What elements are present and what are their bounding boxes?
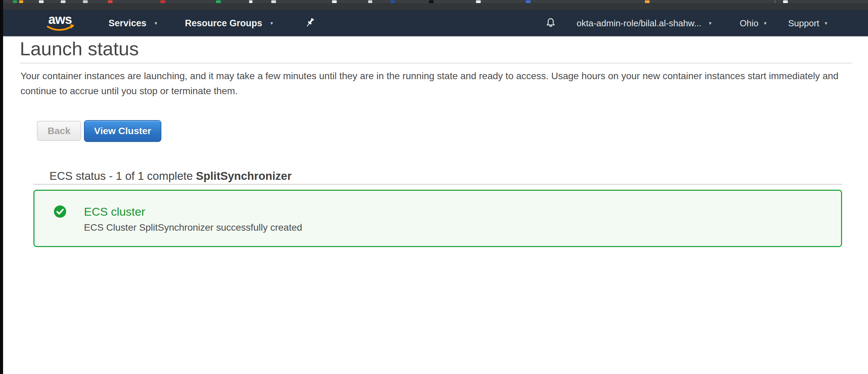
nav-support-label: Support: [788, 18, 819, 29]
nav-resource-groups-label: Resource Groups: [185, 18, 262, 29]
browser-favicon-fragment: [783, 0, 788, 3]
chevron-down-icon: ▾: [155, 20, 157, 26]
ecs-status-heading-resource: SplitSynchronizer: [196, 170, 292, 182]
browser-favicon-fragment: [390, 0, 395, 3]
browser-favicon-fragment: [332, 0, 337, 3]
browser-favicon-fragment: [216, 0, 221, 3]
nav-services-label: Services: [108, 18, 146, 29]
browser-bookmark-strip: [0, 0, 868, 3]
browser-chrome-strip: [0, 3, 868, 10]
title-divider: [20, 63, 852, 63]
browser-favicon-fragment: [19, 0, 23, 3]
browser-favicon-fragment: [13, 0, 17, 3]
browser-favicon-fragment: [39, 0, 44, 3]
chevron-down-icon: ▾: [825, 20, 827, 26]
browser-favicon-fragment: [83, 0, 88, 3]
chevron-down-icon: ▾: [271, 20, 273, 26]
nav-support-menu[interactable]: Support ▾: [788, 10, 827, 37]
browser-favicon-fragment: [160, 0, 165, 3]
aws-navbar: aws Services ▾ Resource Groups ▾: [0, 10, 868, 37]
pin-shortcut-button[interactable]: [305, 10, 315, 37]
chevron-down-icon: ▾: [764, 20, 767, 26]
browser-favicon-fragment: [775, 0, 776, 3]
browser-favicon-fragment: [429, 0, 434, 3]
ecs-status-heading: ECS status - 1 of 1 complete SplitSynchr…: [49, 170, 292, 183]
status-card-message: ECS Cluster SplitSynchronizer successful…: [84, 222, 302, 233]
browser-favicon-fragment: [645, 0, 650, 3]
aws-smile-arrow: [70, 24, 74, 29]
browser-favicon-fragment: [61, 0, 66, 3]
window-left-edge: [0, 0, 3, 374]
ecs-status-divider: [33, 184, 842, 185]
nav-account-menu[interactable]: okta-admin-role/bilal.al-shahw... ▾: [577, 10, 711, 37]
page-title: Launch status: [20, 38, 139, 60]
view-cluster-button[interactable]: View Cluster: [84, 120, 161, 142]
nav-account-label: okta-admin-role/bilal.al-shahw...: [577, 18, 701, 29]
browser-favicon-fragment: [271, 0, 276, 3]
ecs-status-heading-prefix: ECS status - 1 of 1 complete: [49, 170, 196, 182]
browser-favicon-fragment: [476, 0, 481, 3]
bell-icon: [545, 17, 556, 29]
nav-region-label: Ohio: [740, 18, 758, 29]
aws-smile-curve: [48, 26, 72, 30]
back-button[interactable]: Back: [37, 121, 81, 141]
screen: aws Services ▾ Resource Groups ▾: [0, 0, 868, 374]
aws-logo[interactable]: aws: [43, 12, 77, 34]
pushpin-icon: [305, 17, 315, 29]
status-card-title: ECS cluster: [84, 205, 145, 218]
aws-logo-text: aws: [48, 12, 72, 27]
browser-favicon-fragment: [368, 0, 372, 3]
chevron-down-icon: ▾: [709, 20, 712, 26]
browser-favicon-fragment: [108, 0, 113, 3]
nav-region-menu[interactable]: Ohio ▾: [740, 10, 766, 37]
description-line-2: continue to accrue until you stop or ter…: [20, 84, 838, 99]
notifications-button[interactable]: [545, 10, 556, 37]
browser-favicon-fragment: [526, 0, 531, 3]
nav-services-menu[interactable]: Services ▾: [108, 10, 157, 37]
launch-status-description: Your container instances are launching, …: [20, 69, 838, 99]
browser-favicon-fragment: [249, 0, 252, 3]
nav-resource-groups-menu[interactable]: Resource Groups ▾: [185, 10, 273, 37]
success-check-icon: [54, 205, 67, 218]
description-line-1: Your container instances are launching, …: [20, 69, 838, 84]
ecs-cluster-success-card: [33, 190, 842, 247]
